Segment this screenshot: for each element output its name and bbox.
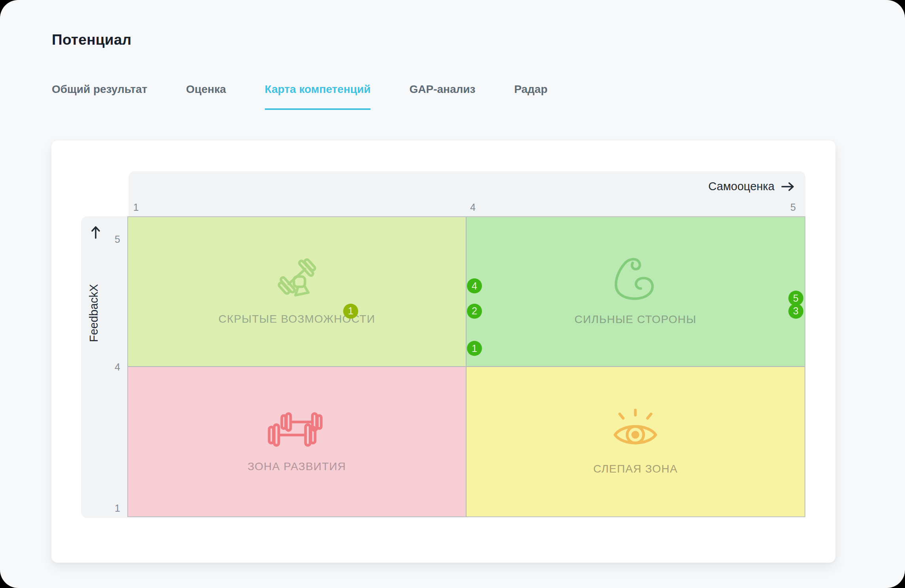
y-tick-min: 1 xyxy=(115,503,120,514)
page: Потенциал Общий результат Оценка Карта к… xyxy=(0,0,905,588)
data-point-badge[interactable]: 3 xyxy=(788,304,803,319)
y-axis-strip: FeedbackX 5 4 1 xyxy=(81,216,127,518)
y-tick-max: 5 xyxy=(115,234,120,245)
bicep-icon xyxy=(610,257,661,304)
chart-card: Самооценка 1 4 5 FeedbackX 5 4 1 xyxy=(51,140,835,563)
tabs-bar: Общий результат Оценка Карта компетенций… xyxy=(52,83,548,110)
tab-competency-map[interactable]: Карта компетенций xyxy=(265,83,371,110)
hand-dumbbell-icon xyxy=(274,257,320,303)
data-point-badge[interactable]: 1 xyxy=(343,304,358,319)
data-point-badge[interactable]: 2 xyxy=(467,304,482,319)
quadrant-label: СЛЕПАЯ ЗОНА xyxy=(593,463,678,475)
quadrant-label: СИЛЬНЫЕ СТОРОНЫ xyxy=(574,313,696,326)
page-title: Потенциал xyxy=(52,32,132,48)
y-tick-mid: 4 xyxy=(115,361,120,373)
arrow-up-icon xyxy=(91,225,101,239)
quadrant-label: ЗОНА РАЗВИТИЯ xyxy=(248,460,346,473)
x-axis-title: Самооценка xyxy=(709,180,795,193)
quadrant-blind-zone: СЛЕПАЯ ЗОНА xyxy=(467,367,805,517)
dumbbells-icon xyxy=(267,410,327,451)
tab-overall-result[interactable]: Общий результат xyxy=(52,83,147,110)
y-axis-title: FeedbackX xyxy=(87,240,100,386)
quadrant-strengths: СИЛЬНЫЕ СТОРОНЫ xyxy=(467,217,805,367)
quadrant-plot: СКРЫТЫЕ ВОЗМОЖНОСТИ СИЛЬНЫЕ СТОРОНЫ xyxy=(127,216,805,517)
x-tick-mid: 4 xyxy=(470,202,476,213)
tab-gap-analysis[interactable]: GAP-анализ xyxy=(409,83,475,110)
x-axis-strip: Самооценка 1 4 5 xyxy=(128,171,805,216)
arrow-right-icon xyxy=(781,182,795,192)
quadrant-hidden-opportunities: СКРЫТЫЕ ВОЗМОЖНОСТИ xyxy=(128,217,467,367)
data-point-badge[interactable]: 4 xyxy=(467,278,482,293)
eye-icon xyxy=(610,408,661,453)
x-tick-min: 1 xyxy=(133,202,139,213)
tab-assessment[interactable]: Оценка xyxy=(186,83,226,110)
quadrant-development-zone: ЗОНА РАЗВИТИЯ xyxy=(128,367,467,517)
data-point-badge[interactable]: 1 xyxy=(467,341,482,356)
tab-radar[interactable]: Радар xyxy=(514,83,547,110)
x-axis-label: Самооценка xyxy=(709,180,775,193)
x-tick-max: 5 xyxy=(790,202,796,213)
